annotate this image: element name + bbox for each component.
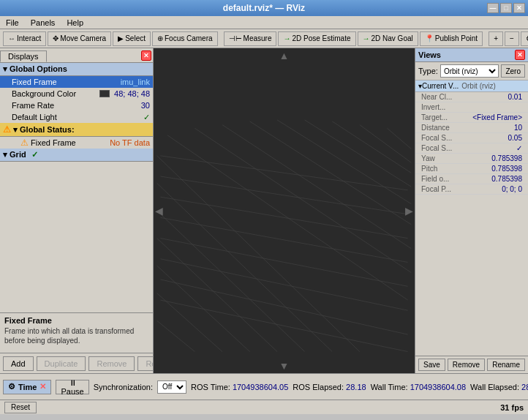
reset-button[interactable]: Reset [4, 402, 37, 413]
remove-toolbar-button[interactable]: − [505, 31, 519, 46]
focal-shape2-row[interactable]: Focal S... ✓ [415, 143, 528, 154]
panel-tab-bar: Displays ✕ [0, 48, 153, 63]
interact-button[interactable]: ↔ Interact [3, 31, 46, 46]
zero-button[interactable]: Zero [501, 64, 525, 78]
field-of-view-row[interactable]: Field o... 0.785398 [415, 174, 528, 184]
fps-display: 31 fps [500, 403, 524, 412]
move-camera-icon: ✥ [53, 34, 59, 42]
nav-goal-icon: → [363, 34, 370, 42]
views-tree: ▾ Current V... Orbit (rviz) Near Cl... 0… [415, 80, 528, 356]
pose-estimate-icon: → [283, 34, 290, 42]
status-bar: Reset 31 fps [0, 400, 528, 414]
warn-icon: ⚠ [20, 138, 29, 148]
nav-goal-button[interactable]: → 2D Nav Goal [358, 31, 418, 46]
views-close-button[interactable]: ✕ [515, 50, 525, 60]
sync-label: Synchronization: [94, 383, 153, 391]
publish-point-icon: 📍 [425, 34, 434, 42]
current-view-section[interactable]: ▾ Current V... Orbit (rviz) [415, 80, 528, 92]
duplicate-button[interactable]: Duplicate [37, 356, 86, 371]
wall-elapsed-field: Wall Elapsed: 28.08 [470, 383, 528, 391]
measure-button[interactable]: ⊣⊢ Measure [224, 31, 277, 46]
minimize-button[interactable]: — [487, 3, 499, 13]
move-camera-button[interactable]: ✥ Move Camera [48, 31, 111, 46]
description-panel: Fixed Frame Frame into which all data is… [0, 312, 153, 353]
distance-row[interactable]: Distance 10 [415, 123, 528, 133]
frame-rate-row[interactable]: Frame Rate 30 [0, 100, 153, 111]
sync-select[interactable]: Off [157, 380, 186, 394]
background-color-swatch [99, 90, 110, 97]
global-options-header[interactable]: ▾ Global Options [0, 63, 153, 76]
views-type-row: Type: Orbit (rviz) Zero [415, 62, 528, 80]
app-title: default.rviz* — RViz [223, 2, 305, 14]
type-label: Type: [418, 67, 438, 75]
background-color-row[interactable]: Background Color 48; 48; 48 [0, 88, 153, 100]
toolbar: ↔ Interact ✥ Move Camera ▶ Select ⊕ Focu… [0, 29, 528, 48]
default-light-row[interactable]: Default Light ✓ [0, 111, 153, 123]
panel-close-button[interactable]: ✕ [141, 50, 151, 61]
main-layout: Displays ✕ ▾ Global Options Fixed Frame … [0, 48, 528, 373]
wall-time-field: Wall Time: 1704938604.08 [371, 383, 466, 391]
nav-left-arrow[interactable]: ◀ [155, 205, 163, 217]
nav-right-arrow[interactable]: ▶ [405, 205, 413, 217]
ros-elapsed-field: ROS Elapsed: 28.18 [293, 383, 366, 391]
focus-camera-button[interactable]: ⊕ Focus Camera [152, 31, 218, 46]
save-view-button[interactable]: Save [418, 359, 445, 371]
maximize-button[interactable]: □ [500, 3, 512, 13]
remove-view-button[interactable]: Remove [448, 359, 485, 371]
title-bar: default.rviz* — RViz — □ ✕ [0, 0, 528, 16]
nav-bottom-arrow[interactable]: ▼ [279, 360, 290, 372]
window-controls: — □ ✕ [487, 3, 525, 13]
rename-button[interactable]: Rename [137, 356, 154, 371]
target-frame-row[interactable]: Target... <Fixed Frame> [415, 113, 528, 123]
time-header: ⚙ Time ✕ [3, 380, 51, 394]
fixed-frame-row[interactable]: Fixed Frame imu_link [0, 76, 153, 88]
focal-point-row[interactable]: Focal P... 0; 0; 0 [415, 184, 528, 195]
menu-bar: File Panels Help [0, 16, 528, 29]
nav-top-arrow[interactable]: ▲ [279, 50, 290, 61]
global-status-header[interactable]: ⚠▾ Global Status: [0, 123, 153, 137]
grid-display [154, 48, 415, 373]
time-close-icon: ⚙ [8, 382, 15, 391]
3d-viewport[interactable]: ◀ ▶ ▲ ▼ [154, 48, 415, 373]
focal-shape-row[interactable]: Focal S... 0.05 [415, 133, 528, 143]
pose-estimate-button[interactable]: → 2D Pose Estimate [278, 31, 355, 46]
left-panel: Displays ✕ ▾ Global Options Fixed Frame … [0, 48, 154, 373]
publish-point-button[interactable]: 📍 Publish Point [420, 31, 483, 46]
views-title: Views [418, 50, 441, 59]
remove-button[interactable]: Remove [88, 356, 135, 371]
views-header: Views ✕ [415, 48, 528, 62]
description-text: Frame into which all data is transformed… [4, 326, 148, 345]
type-select[interactable]: Orbit (rviz) [440, 64, 499, 78]
rename-view-button[interactable]: Rename [487, 359, 525, 371]
menu-panels[interactable]: Panels [28, 18, 59, 27]
bottom-buttons: Add Duplicate Remove Rename [0, 353, 153, 373]
close-button[interactable]: ✕ [513, 3, 525, 13]
near-clip-row[interactable]: Near Cl... 0.01 [415, 92, 528, 102]
views-bottom-buttons: Save Remove Rename [415, 356, 528, 373]
invert-row[interactable]: Invert... [415, 102, 528, 113]
select-button[interactable]: ▶ Select [113, 31, 151, 46]
menu-help[interactable]: Help [64, 18, 86, 27]
measure-icon: ⊣⊢ [229, 34, 242, 42]
pitch-row[interactable]: Pitch 0.785398 [415, 164, 528, 174]
ros-time-field: ROS Time: 1704938604.05 [191, 383, 288, 391]
focus-icon: ⊕ [157, 34, 163, 42]
select-icon: ▶ [118, 34, 124, 42]
add-button[interactable]: Add [3, 356, 34, 371]
fixed-frame-status-row[interactable]: ⚠ Fixed Frame No TF data [0, 137, 153, 149]
time-panel: ⚙ Time ✕ ⏸ Pause Synchronization: Off RO… [0, 373, 528, 400]
add-toolbar-button[interactable]: + [489, 31, 503, 46]
yaw-row[interactable]: Yaw 0.785398 [415, 154, 528, 164]
interact-icon: ↔ [8, 34, 15, 42]
settings-toolbar-button[interactable]: ⚙ [521, 31, 528, 46]
tree-area: ▾ Global Options Fixed Frame imu_link Ba… [0, 63, 153, 312]
time-panel-close: ✕ [39, 382, 46, 391]
menu-file[interactable]: File [3, 18, 22, 27]
right-panel: Views ✕ Type: Orbit (rviz) Zero ▾ Curren… [415, 48, 528, 373]
description-title: Fixed Frame [4, 316, 148, 325]
pause-button[interactable]: ⏸ Pause [56, 380, 88, 394]
displays-tab[interactable]: Displays [0, 50, 47, 62]
grid-header[interactable]: ▾ Grid ✓ [0, 149, 153, 162]
svg-rect-0 [154, 67, 415, 356]
